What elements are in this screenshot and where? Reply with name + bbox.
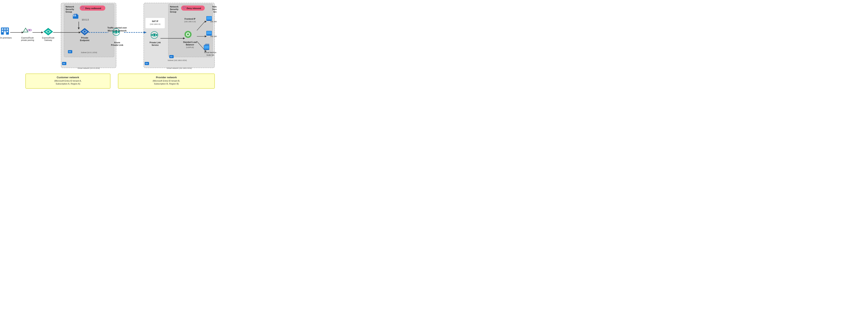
nsg-label-provider-3: Group (213, 11, 217, 13)
azure-private-link-label: Azure (114, 41, 120, 44)
vnet-icon-customer: <> (62, 62, 66, 65)
lb-icon (184, 31, 191, 38)
nsg-label-provider-2: Security (212, 8, 217, 10)
svg-text:<>: <> (170, 56, 173, 58)
svg-rect-36 (187, 31, 189, 32)
nat-ip-sub-label: (192.168.0.5) (150, 23, 160, 25)
svg-rect-4 (4, 28, 6, 30)
deny-inbound-text: Deny inbound (187, 7, 201, 9)
lb-label-3: (ILB/PLB) (186, 46, 194, 48)
subnet-icon-customer: <> (68, 50, 72, 53)
svg-point-30 (153, 34, 155, 36)
svg-rect-50 (205, 44, 209, 44)
vnet-icon-provider: <> (145, 62, 149, 65)
svg-rect-37 (187, 37, 189, 38)
nsg-label-customer-2: Security (66, 8, 74, 10)
svg-text:🛡: 🛡 (183, 6, 186, 10)
nsg-label-customer: Network (66, 5, 74, 8)
svg-point-28 (118, 31, 119, 33)
svg-rect-6 (2, 31, 3, 32)
vm-icon-2 (206, 31, 212, 36)
svg-rect-44 (207, 31, 211, 34)
svg-rect-42 (208, 20, 210, 21)
lb-label: Standard Load (183, 41, 197, 43)
expressroute-peering-icon (23, 28, 31, 32)
svg-rect-39 (190, 34, 191, 35)
vm-ip-1-label: 192.168.0.1 (210, 21, 217, 23)
svg-point-35 (187, 33, 189, 36)
svg-rect-48 (205, 49, 208, 50)
subnet-provider-label: Subnet (192.168.0.0/24) (167, 59, 187, 61)
svg-text:<>: <> (69, 51, 71, 53)
expressroute-peering-label: ExpressRoute (22, 37, 34, 39)
svg-text:<>: <> (63, 63, 65, 65)
svg-point-31 (151, 34, 153, 36)
nat-ip-label: NAT IP (152, 20, 158, 23)
svg-marker-10 (23, 28, 28, 32)
vm-icon-1 (206, 16, 212, 21)
svg-rect-24 (75, 14, 76, 15)
nsg-p-1: Network (170, 5, 179, 8)
ip-label-10015: 10.0.1.5 (82, 19, 89, 21)
provider-network-title: Provider network (156, 76, 177, 79)
lb-label-2: Balancer (186, 44, 194, 46)
expressroute-gateway-icon (44, 28, 53, 35)
private-link-service-label-2: Service (152, 44, 159, 46)
frontend-ip-label: Frontend IP (184, 18, 195, 20)
svg-rect-47 (204, 46, 209, 49)
svg-rect-3 (2, 28, 3, 30)
expressroute-gateway-label: ExpressRoute (42, 37, 55, 39)
private-endpoint-label: Private (81, 37, 88, 39)
expressroute-peering-label-2: private peering (21, 39, 34, 41)
svg-point-12 (29, 29, 31, 31)
vm-scale-set-label-2: Scale Set (207, 54, 214, 56)
svg-point-15 (47, 31, 49, 33)
svg-rect-20 (73, 15, 74, 16)
nsg-p-2: Security (170, 8, 179, 10)
on-premises-label: On-premises (0, 37, 12, 39)
svg-point-32 (156, 34, 157, 36)
vm-ip-2-label: 192.168.0.2 (210, 35, 217, 37)
vnet-customer-label: Virtual network (10.0.0.0/16) (78, 67, 100, 69)
traffic-label-2: Microsoft Network (108, 30, 127, 32)
nsg-label-customer-3: Group (66, 11, 72, 13)
svg-point-26 (115, 31, 117, 33)
svg-point-18 (84, 31, 86, 33)
subnet-icon-provider: <> (169, 55, 174, 58)
vm-scale-set-icon (204, 44, 209, 50)
vnet-provider-label: Virtual network (192.168.0.0/16) (166, 67, 192, 69)
frontend-ip-sub-label: (192.168.0.10) (184, 21, 196, 23)
svg-text:🛡: 🛡 (81, 6, 85, 10)
private-link-service-label: Private Link (150, 41, 161, 44)
svg-rect-49 (205, 44, 209, 45)
subnet-customer-label: Subnet (10.0.1.0/24) (81, 51, 97, 53)
vm-scale-set-label: Virtual Machine (204, 51, 216, 53)
diagram-container: Network Security Group Network Security … (0, 0, 217, 91)
svg-rect-9 (4, 32, 6, 35)
customer-network-title: Customer network (57, 76, 79, 79)
svg-rect-38 (185, 34, 186, 35)
nsg-p-3: Group (170, 11, 176, 13)
svg-rect-23 (74, 14, 75, 15)
svg-point-27 (113, 31, 115, 33)
svg-rect-7 (4, 31, 6, 32)
arrow-2-head (41, 31, 43, 33)
svg-rect-8 (6, 31, 8, 32)
svg-text:<>: <> (146, 63, 148, 65)
azure-private-link-label-2: Private Link (111, 44, 123, 46)
svg-rect-45 (208, 35, 210, 35)
svg-rect-41 (207, 16, 211, 20)
nsg-label-provider: Network (212, 5, 217, 8)
provider-network-sub-2: Subscription B, Region B) (154, 82, 179, 85)
expressroute-gateway-label-2: Gateway (44, 39, 52, 41)
building-icon (1, 28, 9, 35)
private-endpoint-label-2: Endpoint (80, 39, 89, 41)
customer-network-sub-1: (Microsoft Entra ID tenant A, (54, 80, 82, 82)
customer-network-sub-2: Subscription A, Region A) (56, 82, 80, 85)
svg-rect-5 (6, 28, 8, 30)
provider-network-sub-1: (Microsoft Entra ID tenant B, (153, 80, 180, 82)
svg-rect-21 (75, 15, 76, 16)
deny-outbound-text: Deny outbound (85, 7, 101, 9)
